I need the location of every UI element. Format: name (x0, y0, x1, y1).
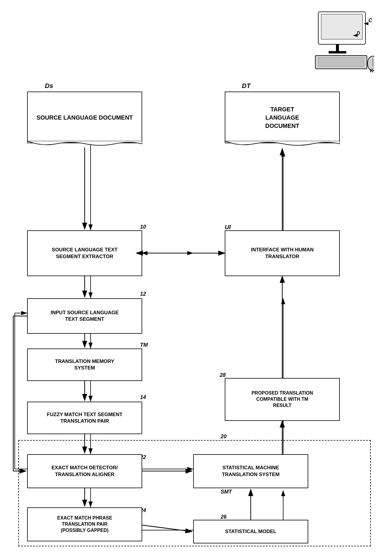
n28-label: 28 (220, 372, 226, 378)
computer-illustration: C D K (298, 9, 374, 74)
input-source-box: INPUT SOURCE LANGUAGETEXT SEGMENT (27, 298, 142, 334)
interface-human-box: INTERFACE WITH HUMANTRANSLATOR (225, 230, 340, 276)
statistical-model-box: STATISTICAL MODEL (193, 520, 308, 543)
n14-label: 14 (140, 394, 146, 400)
source-language-document: SOURCE LANGUAGE DOCUMENT (27, 92, 142, 143)
target-language-document: TARGETLANGUAGEDOCUMENT (225, 92, 340, 143)
svg-rect-22 (329, 51, 346, 53)
ds-label: Ds (45, 82, 53, 90)
svg-rect-21 (336, 44, 339, 52)
n12-label: 12 (140, 291, 146, 297)
svg-rect-24 (318, 58, 364, 66)
proposed-translation-box: PROPOSED TRANSLATIONCOMPATIBLE WITH TMRE… (225, 378, 340, 421)
n10-label: 10 (140, 224, 146, 230)
svg-text:K: K (370, 68, 374, 73)
svg-text:C: C (368, 17, 373, 23)
source-doc-text: SOURCE LANGUAGE DOCUMENT (37, 113, 133, 122)
tm-label: TM (140, 342, 148, 348)
svg-text:D: D (357, 31, 360, 36)
translation-memory-box: TRANSLATION MEMORYSYSTEM (27, 348, 142, 381)
source-extractor-box: SOURCE LANGUAGE TEXTSEGMENT EXTRACTOR (27, 230, 142, 276)
ui-label: UI (225, 224, 231, 231)
smt-label: SMT (221, 489, 232, 495)
fuzzy-match-box: FUZZY MATCH TEXT SEGMENTTRANSLATION PAIR (27, 402, 142, 434)
n26-label: 26 (221, 514, 227, 520)
dt-label: DT (242, 82, 250, 90)
exact-match-phrase-box: EXACT MATCH PHRASETRANSLATION PAIR(POSSI… (27, 507, 142, 541)
diagram-container: C D K SOURCE LANGUAGE DOCUMENT Ds TARGET… (0, 0, 392, 557)
exact-match-detector-box: EXACT MATCH DETECTOR/TRANSLATION ALIGNER (27, 454, 142, 488)
n20-label: 20 (221, 434, 227, 440)
statistical-machine-box: STATISTICAL MACHINETRANSLATION SYSTEM (193, 454, 308, 488)
